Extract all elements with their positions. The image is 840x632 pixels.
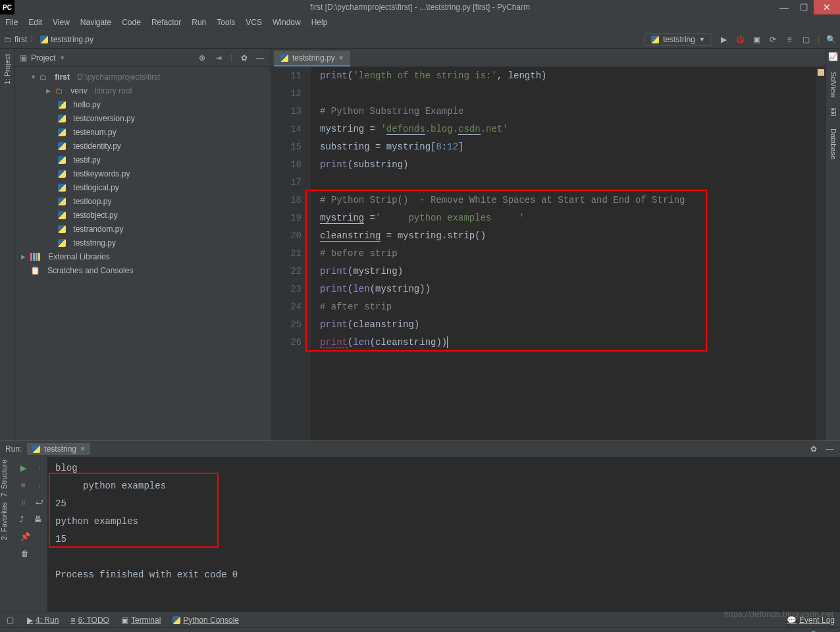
tool-terminal-tab[interactable]: ▣ Terminal [121, 616, 161, 625]
tree-root[interactable]: first [55, 72, 70, 82]
stop-icon[interactable]: ■ [20, 481, 25, 490]
python-file-icon [32, 445, 40, 453]
python-file-icon [58, 239, 66, 247]
menu-refactor[interactable]: Refactor [151, 18, 181, 27]
debug-icon[interactable]: 🐞 [735, 34, 745, 44]
run-coverage-icon[interactable]: ▣ [752, 34, 762, 44]
breadcrumb-project[interactable]: first [14, 35, 27, 44]
tree-file[interactable]: testobject.py [73, 211, 117, 220]
tree-external-libs[interactable]: External Libraries [48, 252, 109, 261]
python-file-icon [58, 156, 66, 164]
right-tool-gutter: 📈 SciView 🗄 Database [826, 49, 840, 440]
print-icon[interactable]: 🖶 [34, 515, 42, 524]
tree-file[interactable]: testconversion.py [73, 114, 134, 123]
maximize-button[interactable]: ☐ [794, 0, 814, 14]
tool-pyconsole-tab[interactable]: Python Console [172, 616, 239, 625]
down-icon[interactable]: ↓ [38, 481, 41, 490]
run-tab[interactable]: teststring × [27, 443, 90, 455]
exit-icon[interactable]: ⤴ [20, 515, 24, 524]
tree-file[interactable]: testenum.py [73, 128, 116, 137]
bottom-toolbar: ▢ ▶ 4: Run ≡ 6: TODO ▣ Terminal Python C… [0, 612, 840, 627]
menu-code[interactable]: Code [122, 18, 141, 27]
rerun-icon[interactable]: ▶ [20, 463, 26, 473]
menu-vcs[interactable]: VCS [246, 18, 262, 27]
collapse-icon[interactable]: ⇥ [214, 53, 224, 63]
menu-view[interactable]: View [53, 18, 70, 27]
editor-marker-bar[interactable] [816, 67, 826, 440]
hide-icon[interactable]: — [825, 444, 835, 454]
sciview-icon[interactable]: 📈 [828, 51, 838, 61]
tree-file[interactable]: testidentity.py [73, 142, 120, 151]
python-file-icon [58, 101, 66, 109]
chevron-down-icon: ▼ [699, 36, 705, 43]
python-file-icon [58, 170, 66, 178]
line-gutter: 11121314151617181920212223242526 [271, 67, 311, 440]
python-file-icon [58, 225, 66, 233]
project-panel-title[interactable]: Project [31, 53, 55, 63]
menu-edit[interactable]: Edit [28, 18, 42, 27]
python-file-icon [651, 36, 659, 43]
tool-todo-tab[interactable]: ≡ 6: TODO [70, 616, 109, 625]
folder-icon: 🗀 [4, 35, 12, 44]
settings-icon[interactable]: ✿ [239, 53, 249, 63]
pin-icon[interactable]: 📌 [20, 532, 30, 541]
tool-window-toggle-icon[interactable]: ▢ [5, 615, 15, 625]
python-file-icon [40, 36, 48, 43]
watermark: https://defonds.blog.csdn.net [724, 609, 833, 619]
up-icon[interactable]: ↑ [38, 463, 41, 473]
window-title: first [D:\pycharmprojects\first] - ...\t… [310, 3, 530, 12]
menu-tools[interactable]: Tools [217, 18, 235, 27]
scratches-icon: 📋 [30, 266, 40, 275]
stop-icon[interactable]: ≡ [785, 34, 795, 44]
database-icon[interactable]: 🗄 [828, 108, 838, 118]
bookmark-icon[interactable] [2, 431, 12, 440]
tree-file[interactable]: testkeywords.py [73, 169, 130, 178]
menu-navigate[interactable]: Navigate [80, 18, 111, 27]
tool-run-tab[interactable]: ▶ 4: Run [27, 616, 59, 625]
hide-icon[interactable]: — [255, 53, 265, 63]
menu-window[interactable]: Window [273, 18, 301, 27]
search-icon[interactable]: 🔍 [826, 34, 836, 44]
close-tab-icon[interactable]: × [339, 53, 344, 63]
layout-icon[interactable]: ▢ [801, 34, 811, 44]
breadcrumb-file[interactable]: teststring.py [51, 35, 93, 44]
menu-run[interactable]: Run [192, 18, 206, 27]
code-area[interactable]: 11121314151617181920212223242526 print('… [271, 67, 826, 440]
tool-structure-tab[interactable]: 7: Structure [0, 457, 8, 500]
tool-project-tab[interactable]: 1: Project [3, 51, 11, 87]
tree-file[interactable]: testloop.py [73, 197, 111, 206]
tree-file[interactable]: testlogical.py [73, 183, 118, 192]
pause-icon[interactable]: ⏸ [19, 498, 27, 507]
tool-database-tab[interactable]: Database [829, 126, 837, 162]
titlebar: PC first [D:\pycharmprojects\first] - ..… [0, 0, 840, 14]
tab-label: teststring.py [292, 53, 335, 63]
run-config-selector[interactable]: teststring ▼ [644, 33, 712, 46]
project-view-icon: ▣ [20, 53, 27, 63]
run-panel: Run: teststring × ✿ — 7: Structure 2: Fa… [0, 440, 840, 612]
project-tree[interactable]: ▼🗀 first D:\pycharmprojects\first ▶🗀 ven… [14, 67, 271, 280]
tool-sciview-tab[interactable]: SciView [829, 69, 837, 100]
tool-favorites-tab[interactable]: 2: Favorites [0, 500, 8, 542]
menu-file[interactable]: File [5, 18, 18, 27]
trash-icon[interactable]: 🗑 [21, 549, 29, 558]
settings-icon[interactable]: ✿ [808, 444, 818, 454]
run-icon[interactable]: ▶ [719, 34, 729, 44]
menu-help[interactable]: Help [311, 18, 328, 27]
softwrap-icon[interactable]: ⮐ [36, 498, 43, 507]
attach-icon[interactable]: ⟳ [768, 34, 778, 44]
close-tab-icon[interactable]: × [80, 444, 85, 454]
tree-file[interactable]: teststring.py [73, 238, 116, 248]
python-file-icon [58, 115, 66, 122]
editor-tab[interactable]: teststring.py × [274, 51, 350, 66]
scroll-from-source-icon[interactable]: ⊕ [197, 53, 207, 63]
close-button[interactable]: ✕ [814, 0, 840, 14]
tree-file[interactable]: testrandom.py [73, 224, 123, 234]
tree-scratches[interactable]: Scratches and Consoles [47, 266, 133, 275]
code-content[interactable]: print('length of the string is:', length… [311, 67, 816, 440]
run-console[interactable]: blog python examples 25 python examples … [47, 457, 840, 612]
tree-venv[interactable]: venv [70, 86, 87, 95]
menubar: File Edit View Navigate Code Refactor Ru… [0, 14, 840, 30]
tree-file[interactable]: hello.py [73, 100, 100, 109]
tree-file[interactable]: testif.py [73, 155, 100, 165]
minimize-button[interactable]: — [774, 0, 794, 14]
